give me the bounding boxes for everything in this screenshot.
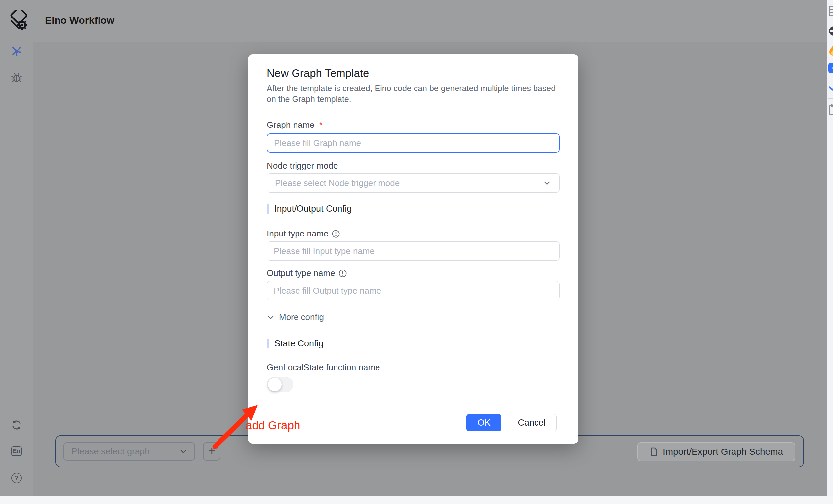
input-type-name-input[interactable] [267,242,560,260]
new-graph-template-modal: New Graph Template After the template is… [248,54,578,444]
eino-logo-icon [8,10,29,31]
modal-description-line2: on the Graph template. [267,95,564,104]
node-trigger-mode-placeholder: Please select Node trigger mode [275,178,543,188]
graph-select[interactable]: Please select graph [64,442,195,461]
state-config-section-header: State Config [267,338,324,349]
workflow-graph-icon [10,45,23,57]
blue-app-icon [828,63,833,73]
refresh-icon [10,419,22,431]
input-type-name-label: Input type name [267,229,340,239]
sidebar-item-workflow[interactable] [10,45,23,58]
browser-side-strip [827,0,833,496]
section-accent-bar [267,204,269,214]
gen-local-state-label: GenLocalState function name [267,362,380,373]
state-config-section-title: State Config [275,338,324,349]
strip-divider [828,98,833,99]
output-type-name-input[interactable] [267,281,560,300]
dark-circle-icon [828,26,833,36]
node-trigger-mode-label: Node trigger mode [267,161,338,171]
clipboard-icon [828,104,833,116]
import-export-button[interactable]: Import/Export Graph Schema [637,442,795,461]
stack-icon [828,5,833,17]
modal-description-line1: After the template is created, Eino code… [267,83,564,93]
plus-label: + [208,445,215,457]
modal-title: New Graph Template [267,67,369,80]
refresh-button[interactable] [10,419,23,432]
screen: Eino Workflow [0,0,833,504]
app-header: Eino Workflow [0,0,827,42]
chevron-down-icon [267,313,275,321]
help-button[interactable]: ? [10,471,23,484]
io-config-section-header: Input/Output Config [267,204,352,214]
section-accent-bar [267,339,269,348]
language-button[interactable]: En [10,445,23,458]
output-type-name-label: Output type name [267,268,347,278]
modal-footer: OK Cancel [467,414,557,431]
graph-name-label: Graph name* [267,120,323,130]
gen-local-state-toggle[interactable] [267,377,293,393]
info-icon[interactable] [332,230,340,238]
graph-select-placeholder: Please select graph [71,447,179,457]
language-icon: En [11,446,22,456]
sidebar: En ? [0,42,33,496]
debug-bug-icon [10,72,22,83]
sidebar-item-debug[interactable] [10,71,23,84]
graph-name-input[interactable] [267,133,560,153]
toggle-knob [268,378,282,392]
required-asterisk: * [319,120,323,130]
io-config-section-title: Input/Output Config [275,204,352,214]
more-config-label: More config [279,312,324,322]
annotation-text: add Graph [245,419,300,432]
more-config-toggle[interactable]: More config [267,312,324,322]
check-icon [828,82,833,92]
help-label: ? [14,474,18,482]
app-title: Eino Workflow [45,15,114,26]
info-icon[interactable] [338,269,347,278]
add-graph-button[interactable]: + [203,442,220,461]
bottom-strip [0,496,833,504]
cancel-button[interactable]: Cancel [507,414,557,431]
ok-button[interactable]: OK [467,414,501,431]
import-export-label: Import/Export Graph Schema [663,447,783,457]
flame-icon [828,45,833,56]
node-trigger-mode-select[interactable]: Please select Node trigger mode [267,173,560,193]
chevron-down-icon [543,179,551,187]
chevron-down-icon [179,447,188,456]
schema-file-icon [649,447,658,457]
language-label: En [13,448,20,454]
help-icon: ? [11,473,22,483]
